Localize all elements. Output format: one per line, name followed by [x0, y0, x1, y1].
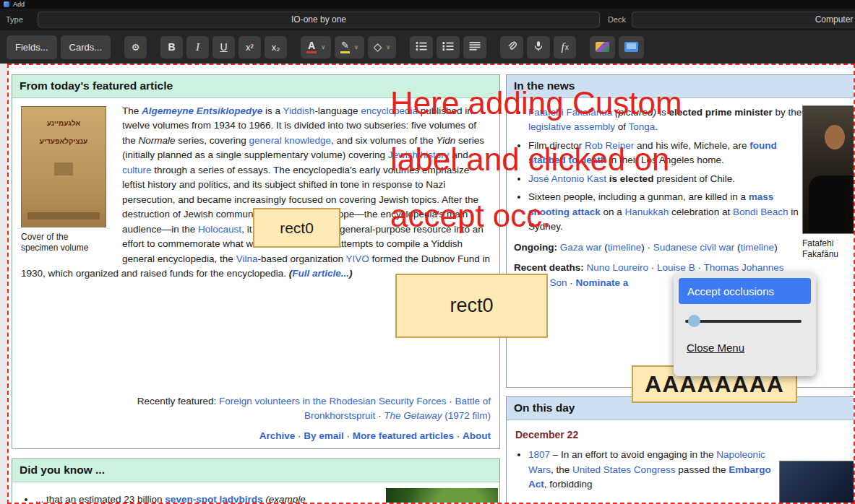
otd-item: 1807 – In an effort to avoid engaging in…	[528, 448, 778, 492]
deck-label: Deck	[608, 15, 626, 24]
annotation-line: Here adding Custom	[390, 75, 682, 131]
did-you-know-box: Did you know ... ... that an estimated 2…	[12, 459, 500, 504]
slider-handle[interactable]	[688, 315, 700, 327]
attach-file-button[interactable]	[500, 36, 523, 58]
annotation-line: label and clicked on	[390, 131, 682, 188]
italic-button[interactable]: I	[186, 36, 209, 58]
numbered-list-button[interactable]	[437, 36, 460, 58]
cover-image-block: אלגעמיינע ענציקלאפעדיע Cover of the spec…	[21, 106, 112, 253]
deck-selector[interactable]: Computer	[632, 12, 855, 27]
window-title: Add	[13, 1, 25, 8]
window-titlebar: Add	[0, 0, 855, 9]
notetype-deck-row: Type IO-one by one Deck Computer	[0, 9, 855, 30]
underline-button[interactable]: U	[212, 36, 235, 58]
app-icon	[4, 1, 9, 7]
fields-button[interactable]: Fields...	[7, 35, 57, 59]
microphone-icon	[533, 40, 544, 54]
on-this-day-box: On this day December 22 1807 – In an eff…	[506, 396, 855, 504]
highlight-icon: ✎	[340, 40, 350, 53]
equations-button[interactable]: fx	[554, 36, 576, 58]
occlusion-rect-label: rect0	[450, 295, 493, 317]
text-color-button[interactable]: A ∨	[301, 36, 331, 58]
ladybird-image	[386, 488, 498, 504]
text-color-icon: A	[306, 40, 317, 53]
portrait-image	[802, 105, 855, 234]
gear-icon: ⚙	[132, 42, 140, 53]
occlusion-context-menu: Accept occlusions Close Menu	[674, 273, 816, 376]
occlusion-rect-label: rect0	[280, 220, 314, 237]
occlusion-rect-2[interactable]: rect0	[395, 274, 548, 338]
superscript-button[interactable]: x²	[239, 36, 261, 58]
notetype-selector[interactable]: IO-one by one	[38, 12, 600, 27]
chevron-down-icon: ∨	[321, 44, 325, 51]
image-occlusion-canvas[interactable]: From today's featured article אלגעמיינע …	[7, 64, 855, 504]
numbered-list-icon	[442, 41, 454, 53]
bold-button[interactable]: B	[160, 36, 183, 58]
slider-track[interactable]	[685, 320, 802, 323]
occlusion-rect-1[interactable]: rect0	[253, 208, 340, 248]
annotation-text: Here adding Custom label and clicked on …	[390, 75, 682, 244]
chevron-down-icon: ∨	[354, 44, 358, 51]
screen-capture-button[interactable]	[619, 36, 644, 58]
type-label: Type	[6, 15, 23, 24]
annotation-line: accept occ.	[390, 188, 682, 244]
eraser-icon: ◇	[374, 40, 382, 53]
recently-featured: Recently featured: Foreign volunteers in…	[86, 394, 491, 424]
notetype-value: IO-one by one	[291, 14, 346, 25]
image-occlusion-icon	[596, 42, 609, 52]
record-audio-button[interactable]	[527, 36, 550, 58]
cover-stamp	[54, 162, 73, 175]
deck-value: Computer	[815, 14, 854, 25]
image-occlusion-button[interactable]	[590, 36, 615, 58]
accept-occlusions-button[interactable]: Accept occlusions	[679, 278, 811, 304]
remove-formatting-button[interactable]: ◇ ∨	[368, 36, 396, 58]
justify-button[interactable]	[463, 36, 486, 58]
dyk-item: ... that an estimated 23 billion seven-s…	[35, 492, 382, 504]
editor-toolbar: Fields... Cards... ⚙ B I U x² x₂ A ∨ ✎ ∨…	[0, 30, 855, 64]
fx-icon: f	[562, 41, 564, 53]
portrait-caption: Fatafehi Fakafānu	[802, 238, 855, 260]
chevron-down-icon: ∨	[386, 44, 390, 51]
book-cover-image: אלגעמיינע ענציקלאפעדיע	[21, 106, 106, 227]
bullet-list-icon	[416, 41, 427, 53]
cards-button[interactable]: Cards...	[61, 35, 111, 59]
highlight-color-button[interactable]: ✎ ∨	[335, 36, 364, 58]
justify-icon	[469, 41, 481, 53]
bullet-list-button[interactable]	[410, 36, 433, 58]
featured-article-links: Archive · By email · More featured artic…	[86, 429, 491, 444]
did-you-know-header: Did you know ...	[12, 459, 499, 482]
settings-button[interactable]: ⚙	[124, 36, 147, 58]
subscript-button[interactable]: x₂	[265, 36, 287, 58]
monitor-icon	[624, 42, 638, 52]
close-menu-button[interactable]: Close Menu	[687, 342, 744, 354]
otd-image	[779, 461, 855, 504]
editor-background: From today's featured article אלגעמיינע …	[0, 64, 855, 504]
opacity-slider[interactable]	[685, 313, 804, 330]
otd-date: December 22	[515, 427, 855, 443]
paperclip-icon	[506, 40, 517, 54]
news-image-block: Fatafehi Fakafānu	[802, 105, 855, 260]
anki-add-window: Add Type IO-one by one Deck Computer Fie…	[0, 0, 855, 504]
cover-caption: Cover of the specimen volume	[21, 232, 112, 253]
